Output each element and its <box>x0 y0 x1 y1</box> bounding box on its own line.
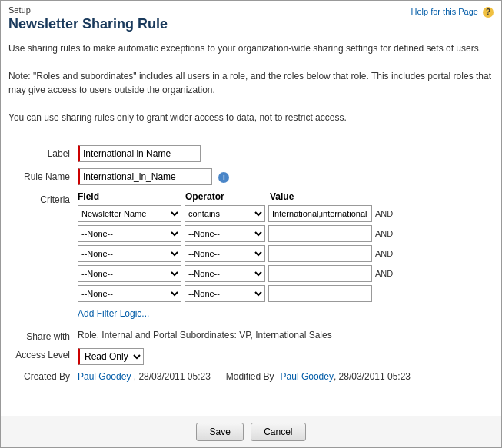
field-select-4[interactable]: --None-- <box>78 265 181 282</box>
field-select-5[interactable]: --None-- <box>78 285 181 302</box>
access-level-row: Access Level Read Only Read/Write <box>8 348 494 365</box>
and-label-4: AND <box>375 269 393 278</box>
help-link[interactable]: Help for this Page ? <box>411 7 494 18</box>
modified-by-label: Modified By <box>226 371 274 382</box>
modified-by-section: Modified By Paul Goodey , 28/03/2011 05:… <box>226 371 411 382</box>
share-with-value: Role, Internal and Portal Subordinates: … <box>78 330 332 340</box>
criteria-row-1: Newsletter Name contains AND <box>78 205 494 222</box>
access-level-select[interactable]: Read Only Read/Write <box>78 348 144 365</box>
created-by-link[interactable]: Paul Goodey <box>78 371 131 382</box>
value-input-2[interactable] <box>268 225 372 242</box>
access-level-field: Read Only Read/Write <box>78 348 144 365</box>
form-section: Label Rule Name i Criteria Field Operato… <box>1 139 501 416</box>
main-window: Help for this Page ? Setup Newsletter Sh… <box>0 0 502 448</box>
field-select-2[interactable]: --None-- <box>78 225 181 242</box>
label-field-label: Label <box>8 145 78 159</box>
criteria-row-3: --None-- --None-- AND <box>78 245 494 262</box>
desc-line3: You can use sharing rules only to grant … <box>8 111 494 124</box>
divider <box>8 134 494 134</box>
header: Help for this Page ? Setup Newsletter Sh… <box>1 1 501 35</box>
criteria-row-5: --None-- --None-- <box>78 285 494 302</box>
value-input-3[interactable] <box>268 245 372 262</box>
footer: Save Cancel <box>1 416 501 447</box>
help-link-text: Help for this Page <box>411 7 478 16</box>
desc-line1: Use sharing rules to make automatic exce… <box>8 41 494 55</box>
add-filter-link[interactable]: Add Filter Logic... <box>78 308 149 319</box>
share-with-row: Share with Role, Internal and Portal Sub… <box>8 330 494 342</box>
access-level-label: Access Level <box>8 348 78 360</box>
created-by-info: Paul Goodey , 28/03/2011 05:23 <box>78 371 211 382</box>
created-by-row: Created By Paul Goodey , 28/03/2011 05:2… <box>8 371 494 382</box>
modified-by-link[interactable]: Paul Goodey <box>281 371 334 382</box>
modified-by-date: , 28/03/2011 05:23 <box>334 371 411 382</box>
save-button[interactable]: Save <box>196 423 243 441</box>
add-filter-container: Add Filter Logic... <box>78 305 494 324</box>
info-icon[interactable]: i <box>218 172 229 183</box>
criteria-table: Field Operator Value Newsletter Name con… <box>78 191 494 324</box>
page-title: Newsletter Sharing Rule <box>8 16 494 32</box>
col-header-operator: Operator <box>185 191 270 202</box>
operator-select-4[interactable]: --None-- <box>185 265 265 282</box>
and-label-3: AND <box>375 249 393 258</box>
operator-select-1[interactable]: contains <box>185 205 265 222</box>
cancel-button[interactable]: Cancel <box>251 423 305 441</box>
col-header-value: Value <box>270 191 377 202</box>
created-by-date: , 28/03/2011 05:23 <box>134 371 211 382</box>
criteria-header: Field Operator Value <box>78 191 494 202</box>
label-field <box>78 145 494 162</box>
rulename-row: Rule Name i <box>8 168 494 185</box>
value-input-1[interactable] <box>268 205 372 222</box>
operator-select-3[interactable]: --None-- <box>185 245 265 262</box>
criteria-row-2: --None-- --None-- AND <box>78 225 494 242</box>
desc-line2: Note: "Roles and subordinates" includes … <box>8 69 494 97</box>
and-label-2: AND <box>375 229 393 238</box>
criteria-row-4: --None-- --None-- AND <box>78 265 494 282</box>
help-icon: ? <box>483 7 494 18</box>
field-select-3[interactable]: --None-- <box>78 245 181 262</box>
rulename-input[interactable] <box>78 168 212 185</box>
field-select-1[interactable]: Newsletter Name <box>78 205 181 222</box>
col-header-field: Field <box>78 191 185 202</box>
operator-select-5[interactable]: --None-- <box>185 285 265 302</box>
rulename-field: i <box>78 168 494 185</box>
share-with-label: Share with <box>8 330 78 342</box>
label-input[interactable] <box>78 145 201 162</box>
value-input-5[interactable] <box>268 285 372 302</box>
operator-select-2[interactable]: --None-- <box>185 225 265 242</box>
value-input-4[interactable] <box>268 265 372 282</box>
description: Use sharing rules to make automatic exce… <box>1 35 501 129</box>
label-row: Label <box>8 145 494 162</box>
criteria-section: Criteria Field Operator Value Newsletter… <box>8 191 494 324</box>
and-label-1: AND <box>375 209 393 218</box>
rulename-field-label: Rule Name <box>8 168 78 182</box>
created-by-label: Created By <box>8 371 78 382</box>
criteria-label: Criteria <box>8 191 78 205</box>
